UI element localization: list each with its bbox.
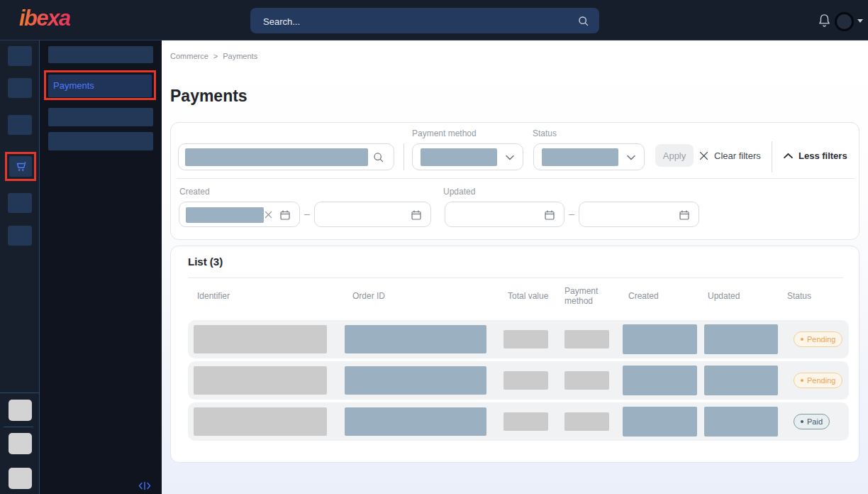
rail-item-6[interactable] [8, 226, 32, 246]
redacted-order-id [345, 325, 486, 353]
redacted-created [623, 407, 697, 437]
created-label: Created [179, 187, 210, 197]
created-range-dash: – [304, 208, 310, 219]
redacted-identifier [194, 407, 327, 436]
main-content: Commerce > Payments Payments Payment met… [162, 40, 868, 494]
redacted-updated [704, 366, 778, 395]
global-search[interactable] [250, 8, 599, 33]
payment-row[interactable]: Pending [188, 361, 849, 400]
payment-row[interactable]: Pending [188, 320, 849, 358]
col-updated: Updated [708, 291, 740, 301]
top-bar: ibexa [0, 0, 868, 40]
search-icon[interactable] [577, 15, 589, 27]
less-filters-label: Less filters [799, 150, 847, 161]
payments-highlight-annotation: Payments [44, 70, 156, 100]
chevron-up-icon [784, 153, 793, 159]
updated-label: Updated [443, 187, 475, 197]
clear-x-icon [699, 151, 708, 160]
calendar-icon[interactable] [679, 209, 690, 221]
search-icon[interactable] [372, 151, 384, 163]
status-dot-icon [801, 379, 803, 382]
status-label: Paid [807, 417, 823, 426]
calendar-icon[interactable] [544, 209, 555, 221]
redacted-created [623, 324, 697, 354]
apply-button[interactable]: Apply [655, 144, 694, 167]
redacted-created-from-value [186, 207, 264, 223]
redacted-payment-method [564, 330, 609, 348]
status-dot-icon [801, 338, 803, 341]
redacted-search-value [185, 148, 368, 166]
clear-filters-label: Clear filters [714, 150, 761, 161]
nav-item-1[interactable] [48, 46, 153, 63]
rail-divider [0, 393, 39, 393]
user-avatar[interactable] [835, 12, 854, 31]
updated-from-date-input[interactable] [445, 202, 564, 227]
redacted-updated [704, 324, 778, 354]
status-badge: Pending [794, 373, 842, 388]
payment-row[interactable]: Paid [188, 402, 849, 441]
chevron-down-icon[interactable] [627, 155, 635, 160]
col-total-value: Total value [508, 291, 548, 301]
payment-method-label: Payment method [412, 128, 477, 138]
rail-item-1[interactable] [8, 46, 32, 66]
rail-item-2[interactable] [8, 78, 32, 98]
redacted-identifier [194, 366, 327, 395]
redacted-payment-method [564, 412, 609, 431]
status-label: Status [533, 128, 557, 138]
less-filters-button[interactable]: Less filters [784, 144, 847, 167]
search-input[interactable] [262, 8, 569, 35]
calendar-icon[interactable] [279, 209, 291, 221]
redacted-created [623, 366, 697, 395]
rail-item-3[interactable] [8, 115, 32, 135]
redacted-order-id [345, 407, 486, 436]
rail-bottom-item-1[interactable] [9, 400, 32, 421]
rail-item-commerce[interactable] [9, 156, 32, 177]
user-menu-caret-icon[interactable] [857, 19, 863, 23]
collapse-sidebar-icon[interactable] [138, 481, 151, 490]
list-title: List (3) [188, 256, 223, 268]
payment-method-select[interactable] [412, 143, 523, 170]
redacted-total-value [503, 412, 548, 431]
redacted-total-value [503, 330, 548, 348]
list-divider [188, 278, 843, 278]
notifications-bell-icon[interactable] [818, 13, 831, 28]
created-to-date-input[interactable] [314, 202, 431, 227]
chevron-down-icon[interactable] [506, 155, 514, 160]
redacted-identifier [194, 325, 327, 353]
redacted-order-id [345, 366, 486, 395]
nav-item-payments[interactable]: Payments [48, 75, 152, 97]
breadcrumb: Commerce > Payments [170, 52, 257, 60]
filter-search-input[interactable] [178, 143, 394, 170]
redacted-updated [704, 407, 778, 437]
list-card: List (3) Identifier Order ID Total value… [170, 246, 859, 463]
rail-divider-2 [4, 427, 33, 427]
redacted-total-value [503, 371, 548, 390]
status-badge: Paid [794, 414, 830, 429]
col-status: Status [787, 291, 811, 301]
clear-date-x-icon[interactable] [265, 211, 272, 219]
status-badge: Pending [794, 331, 842, 347]
breadcrumb-current: Payments [223, 52, 257, 60]
filter-divider-2 [772, 141, 772, 172]
updated-to-date-input[interactable] [579, 202, 699, 227]
rail-item-5[interactable] [8, 193, 32, 213]
nav-item-4[interactable] [48, 132, 153, 150]
breadcrumb-parent[interactable]: Commerce [170, 52, 208, 60]
col-order-id: Order ID [352, 291, 385, 301]
filters-card: Payment method Status Apply [170, 122, 859, 240]
rail-bottom-item-3[interactable] [9, 468, 32, 489]
redacted-status-value [542, 148, 618, 166]
col-created: Created [628, 291, 659, 301]
col-payment-method: Payment method [564, 286, 608, 306]
nav-item-3[interactable] [48, 108, 153, 126]
clear-filters-button[interactable]: Clear filters [699, 144, 761, 167]
ibexa-logo[interactable]: ibexa [19, 6, 70, 31]
page-title: Payments [170, 87, 247, 106]
filter-row-divider [177, 178, 855, 179]
status-select[interactable] [533, 143, 645, 170]
rail-bottom-item-2[interactable] [9, 433, 32, 454]
created-from-date-input[interactable] [179, 202, 300, 227]
updated-range-dash: – [569, 208, 574, 219]
col-identifier: Identifier [197, 291, 230, 301]
calendar-icon[interactable] [411, 209, 422, 221]
